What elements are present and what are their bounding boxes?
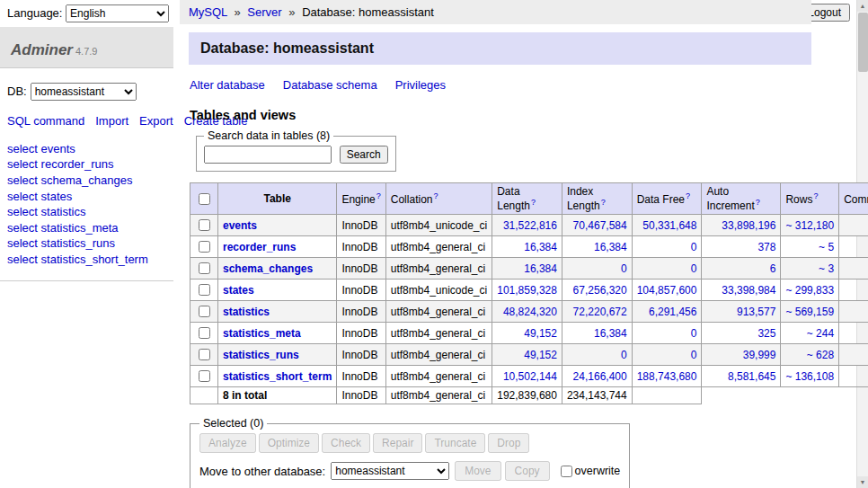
column-help-link[interactable]: ? [376,191,381,200]
data-free-link[interactable]: 50,331,648 [642,219,696,232]
index-length-link[interactable]: 0 [621,349,627,361]
breadcrumb-link-server[interactable]: Server [247,5,281,19]
data-free-link[interactable]: 188,743,680 [637,370,697,383]
table-name-link[interactable]: recorder_runs [223,241,296,253]
auto-increment-link[interactable]: 325 [757,327,775,340]
move-button[interactable]: Move [455,461,500,481]
row-checkbox[interactable] [199,219,210,231]
data-length-link[interactable]: 101,859,328 [497,284,557,297]
scroll-up-icon[interactable]: ▲ [857,0,868,12]
bulk-action-button[interactable]: Truncate [425,433,485,453]
index-length-link[interactable]: 24,166,400 [573,370,627,383]
data-length-link[interactable]: 49,152 [524,327,557,340]
adminer-logo[interactable]: Adminer [11,41,73,58]
sidebar-select-table-link[interactable]: select statistics [7,204,173,220]
auto-increment-link[interactable]: 39,999 [743,349,776,361]
move-database-select[interactable]: homeassistant [331,462,449,480]
rows-count-link[interactable]: ~ 136,108 [785,370,834,383]
sidebar-action-link[interactable]: Export [139,114,173,128]
column-help-link[interactable]: ? [601,198,606,207]
overwrite-checkbox[interactable] [561,466,572,477]
table-name-link[interactable]: states [223,284,254,297]
rows-count-link[interactable]: ~ 3 [819,262,834,275]
language-select[interactable]: English [66,4,169,22]
sidebar-action-link[interactable]: Import [95,114,128,128]
sidebar-action-link[interactable]: SQL command [7,114,84,128]
column-help-link[interactable]: ? [756,198,760,207]
index-length-link[interactable]: 72,220,672 [573,306,627,318]
rows-count-link[interactable]: ~ 5 [819,241,834,253]
column-help-link[interactable]: ? [813,191,818,200]
auto-increment-link[interactable]: 913,577 [737,306,775,318]
data-length-link[interactable]: 16,384 [524,241,557,253]
column-help-link[interactable]: ? [686,191,690,200]
row-checkbox[interactable] [199,284,210,296]
rows-count-link[interactable]: ~ 244 [807,327,834,340]
breadcrumb-link-mysql[interactable]: MySQL [189,5,227,19]
index-length-link[interactable]: 16,384 [594,241,627,253]
data-free-link[interactable]: 104,857,600 [637,284,697,297]
database-action-link[interactable]: Database schema [283,78,377,92]
sidebar-select-table-link[interactable]: select statistics_meta [7,220,173,236]
rows-count-link[interactable]: ~ 299,833 [785,284,834,297]
data-free-link[interactable]: 0 [691,262,697,275]
sidebar-select-table-link[interactable]: select states [7,189,173,205]
table-name-link[interactable]: events [223,219,257,232]
scrollbar-thumb[interactable] [858,13,868,72]
table-name-link[interactable]: statistics_short_term [223,370,332,383]
table-name-link[interactable]: schema_changes [223,262,313,275]
sidebar-select-table-link[interactable]: select statistics_short_term [7,252,173,268]
index-length-link[interactable]: 0 [621,262,627,275]
bulk-action-button[interactable]: Repair [373,433,422,453]
data-length-link[interactable]: 10,502,144 [503,370,557,383]
table-name-link[interactable]: statistics_meta [223,327,301,340]
sidebar-select-table-link[interactable]: select recorder_runs [7,156,173,173]
data-length-link[interactable]: 31,522,816 [503,219,557,232]
sidebar-select-table-link[interactable]: select schema_changes [7,173,173,189]
column-help-link[interactable]: ? [433,191,438,200]
sidebar-select-table-link[interactable]: select events [7,141,173,157]
database-action-link[interactable]: Privileges [395,78,446,92]
search-button[interactable]: Search [340,146,388,164]
table-name-link[interactable]: statistics [223,306,270,318]
db-select[interactable]: homeassistant [31,83,137,101]
table-name-link[interactable]: statistics_runs [223,349,299,361]
bulk-action-button[interactable]: Analyze [199,433,256,453]
row-checkbox[interactable] [199,370,210,382]
bulk-action-button[interactable]: Drop [488,433,529,453]
search-input[interactable] [204,146,332,164]
data-length-link[interactable]: 16,384 [524,262,557,275]
auto-increment-link[interactable]: 33,898,196 [722,219,775,232]
scroll-down-icon[interactable]: ▼ [857,476,868,488]
index-length-link[interactable]: 16,384 [594,327,627,340]
auto-increment-link[interactable]: 6 [770,262,776,275]
data-length-link[interactable]: 49,152 [524,349,557,361]
data-free-link[interactable]: 0 [691,349,697,361]
index-length-link[interactable]: 67,256,320 [573,284,627,297]
auto-increment-link[interactable]: 8,581,645 [728,370,775,383]
bulk-action-button[interactable]: Optimize [259,433,319,453]
data-free-link[interactable]: 0 [691,327,697,340]
sidebar-select-table-link[interactable]: select statistics_runs [7,235,173,252]
row-checkbox[interactable] [199,306,210,317]
rows-count-link[interactable]: ~ 312,180 [785,219,834,232]
auto-increment-link[interactable]: 33,398,984 [722,284,775,297]
data-free-link[interactable]: 6,291,456 [649,306,696,318]
data-length-link[interactable]: 48,824,320 [503,306,557,318]
rows-count-link[interactable]: ~ 628 [807,349,834,361]
rows-count-cell: ~ 3 [781,258,839,279]
auto-increment-link[interactable]: 378 [757,241,775,253]
column-help-link[interactable]: ? [531,198,536,207]
overwrite-option[interactable]: overwrite [557,463,621,480]
bulk-action-button[interactable]: Check [322,433,370,453]
row-checkbox[interactable] [199,262,210,274]
row-checkbox[interactable] [199,241,210,253]
rows-count-link[interactable]: ~ 569,159 [785,306,834,318]
row-checkbox[interactable] [199,327,210,339]
index-length-link[interactable]: 70,467,584 [573,219,627,232]
database-action-link[interactable]: Alter database [190,78,265,92]
data-free-link[interactable]: 0 [691,241,697,253]
row-checkbox[interactable] [199,349,210,360]
select-all-checkbox[interactable] [199,193,210,205]
copy-button[interactable]: Copy [505,461,550,481]
